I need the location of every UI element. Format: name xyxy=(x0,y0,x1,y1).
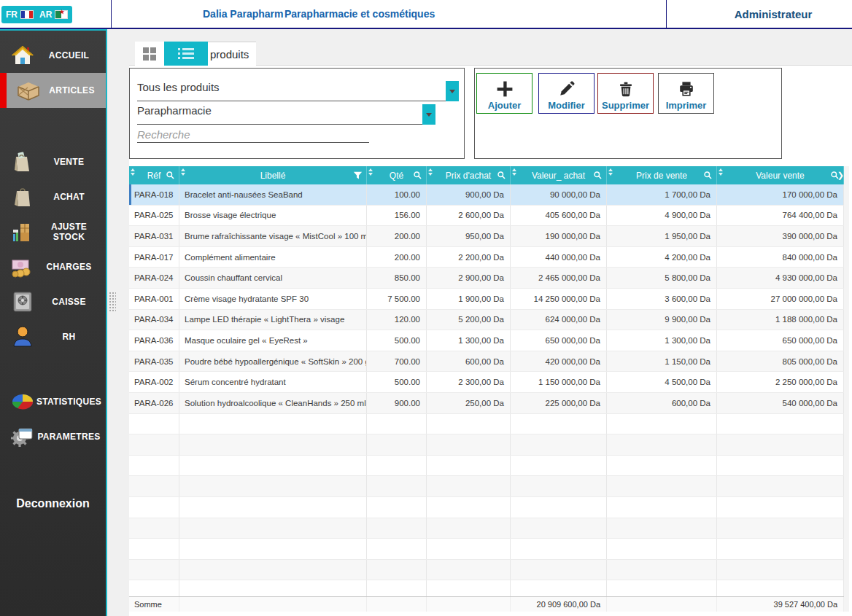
sidebar-item-parametres[interactable]: PARAMETRES xyxy=(0,419,106,454)
search-input[interactable] xyxy=(137,127,369,143)
category-filter-dropdown[interactable]: Parapharmacie xyxy=(137,104,212,117)
sidebar-item-label: CHARGES xyxy=(35,262,106,272)
sidebar-item-rh[interactable]: RH xyxy=(0,319,106,354)
empty-cell xyxy=(717,560,844,580)
language-ar-button[interactable]: AR xyxy=(35,6,72,23)
sort-arrows-icon[interactable] xyxy=(512,168,516,176)
column-header-valeur-achat[interactable]: Valeur_ achat xyxy=(511,166,607,184)
search-icon[interactable] xyxy=(413,171,422,182)
language-fr-button[interactable]: FR xyxy=(1,6,38,23)
cell-prix-vente: 5 800,00 Da xyxy=(607,268,717,288)
table-header-row: RéfLibelléQtéPrix d'achatValeur_ achatPr… xyxy=(129,166,844,184)
add-button-label: Ajouter xyxy=(488,100,522,111)
actions-groupbox: Ajouter Modifier Supprimer Imprimer xyxy=(474,68,782,159)
cell-valeur-achat: 650 000,00 Da xyxy=(511,330,607,351)
empty-table-row xyxy=(129,580,844,596)
tab-grid-view[interactable] xyxy=(135,42,164,66)
vertical-scrollbar[interactable] xyxy=(844,166,849,612)
cell-valeur-achat: 440 000,00 Da xyxy=(511,247,607,268)
table-row[interactable]: PARA-031Brume rafraîchissante visage « M… xyxy=(129,226,844,247)
table-row[interactable]: PARA-026Solution hydroalcoolique « Clean… xyxy=(129,393,844,414)
sort-arrows-icon[interactable] xyxy=(428,168,433,176)
empty-cell xyxy=(511,476,607,496)
search-icon[interactable] xyxy=(166,171,175,182)
sidebar-item-articles[interactable]: ARTICLES xyxy=(0,73,106,108)
splitter-handle[interactable] xyxy=(109,292,116,312)
table-row[interactable]: PARA-018Bracelet anti-nausées SeaBand100… xyxy=(129,184,844,206)
cell-libelle: Crème visage hydratante SPF 30 xyxy=(179,289,367,309)
table-row[interactable]: PARA-024Coussin chauffant cervical850.00… xyxy=(129,268,844,289)
sort-arrows-icon[interactable] xyxy=(368,168,373,176)
column-header-libell-[interactable]: Libellé xyxy=(179,166,367,184)
cell-libelle: Sérum concentré hydratant xyxy=(179,372,367,392)
sort-arrows-icon[interactable] xyxy=(608,168,613,176)
summary-empty xyxy=(367,597,427,612)
empty-cell xyxy=(717,518,844,539)
column-header-prix-d-achat[interactable]: Prix d'achat xyxy=(427,166,511,184)
table-row[interactable]: PARA-001Crème visage hydratante SPF 307 … xyxy=(129,289,844,310)
empty-cell xyxy=(717,580,844,596)
delete-button[interactable]: Supprimer xyxy=(597,73,654,114)
cell-valeur-achat: 90 000,00 Da xyxy=(511,184,607,205)
sidebar-item-label: ACHAT xyxy=(35,192,106,202)
column-header-r-f[interactable]: Réf xyxy=(129,166,179,184)
empty-cell xyxy=(129,580,179,596)
chevron-right-icon[interactable]: ❯ xyxy=(837,171,844,180)
table-row[interactable]: PARA-025Brosse visage électrique156.002 … xyxy=(129,206,844,227)
empty-table-row xyxy=(129,476,844,497)
column-header-valeur-vente[interactable]: Valeur vente❯ xyxy=(717,166,844,184)
sidebar-item-achat[interactable]: ACHAT xyxy=(0,179,106,214)
cell-ref: PARA-031 xyxy=(129,226,179,246)
france-flag-icon xyxy=(20,10,34,19)
empty-cell xyxy=(427,456,511,476)
sidebar-item-accueil[interactable]: ACCUEIL xyxy=(0,38,106,73)
sidebar-item-statistiques[interactable]: STATISTIQUES xyxy=(0,384,106,419)
logout-button[interactable]: Deconnexion xyxy=(0,497,106,510)
sidebar-item-charges[interactable]: CHARGES xyxy=(0,249,106,284)
user-role-label: Administrateur xyxy=(700,8,846,20)
tab-produits[interactable]: produits xyxy=(208,42,256,66)
sidebar-item-caisse[interactable]: CAISSE xyxy=(0,284,106,319)
print-button[interactable]: Imprimer xyxy=(658,73,714,114)
cell-libelle: Brume rafraîchissante visage « MistCool … xyxy=(179,226,367,246)
cell-valeur-achat: 225 000,00 Da xyxy=(511,393,607,413)
algeria-flag-icon xyxy=(55,10,68,19)
table-row[interactable]: PARA-036Masque oculaire gel « EyeRest »5… xyxy=(129,330,844,351)
table-row[interactable]: PARA-017Complément alimentaire200.002 20… xyxy=(129,247,844,268)
cell-prix-vente: 600,00 Da xyxy=(607,393,717,413)
product-filter-value: Tous les produits xyxy=(137,81,220,93)
sort-arrows-icon[interactable] xyxy=(719,168,723,176)
sidebar-item-vente[interactable]: VENTE xyxy=(0,144,106,179)
table-row[interactable]: PARA-002Sérum concentré hydratant500.002… xyxy=(129,372,844,393)
category-filter-dropdown-button[interactable] xyxy=(422,104,435,125)
empty-cell xyxy=(179,476,367,496)
cell-valeur-vente: 540 000,00 Da xyxy=(717,393,844,413)
plus-icon xyxy=(495,78,514,100)
product-filter-dropdown-button[interactable] xyxy=(446,81,459,101)
sort-arrows-icon[interactable] xyxy=(131,168,135,176)
cell-valeur-vente: 840 000,00 Da xyxy=(717,247,844,268)
cell-valeur-vente: 2 250 000,00 Da xyxy=(717,372,844,392)
edit-button[interactable]: Modifier xyxy=(538,73,595,114)
stock-boxes-icon xyxy=(10,219,35,244)
column-header-qt-[interactable]: Qté xyxy=(367,166,427,184)
table-row[interactable]: PARA-034Lampe LED thérapie « LightThera … xyxy=(129,310,844,331)
add-button[interactable]: Ajouter xyxy=(476,73,532,114)
empty-table-row xyxy=(129,456,844,477)
column-header-label: Valeur_ achat xyxy=(532,171,585,181)
sidebar-item-ajuste-stock[interactable]: AJUSTE STOCK xyxy=(0,214,106,249)
table-row[interactable]: PARA-035Poudre bébé hypoallergénique « S… xyxy=(129,351,844,373)
empty-cell xyxy=(129,414,179,434)
sort-arrows-icon[interactable] xyxy=(181,168,185,176)
search-icon[interactable] xyxy=(593,171,603,182)
product-filter-dropdown[interactable]: Tous les produits xyxy=(137,81,220,93)
cell-qte: 700.00 xyxy=(367,351,427,372)
column-header-prix-de-vente[interactable]: Prix de vente xyxy=(607,166,717,184)
search-icon[interactable] xyxy=(703,171,713,182)
empty-cell xyxy=(129,518,179,539)
summary-empty xyxy=(427,597,511,612)
tab-list-view[interactable] xyxy=(164,42,208,66)
safe-icon xyxy=(10,289,35,314)
search-icon[interactable] xyxy=(497,171,506,182)
filter-icon[interactable] xyxy=(353,171,363,182)
